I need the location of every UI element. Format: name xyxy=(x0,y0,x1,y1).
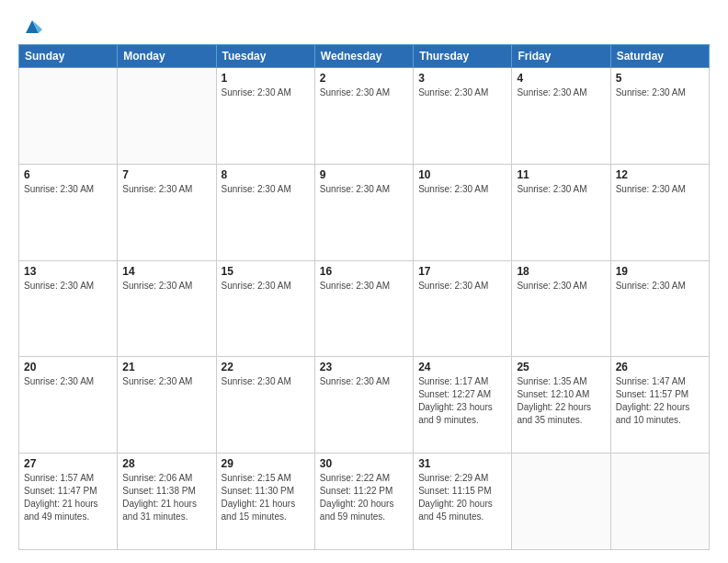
calendar-cell: 16Sunrise: 2:30 AM xyxy=(314,260,413,357)
calendar-cell: 1Sunrise: 2:30 AM xyxy=(216,68,314,165)
calendar-cell: 31Sunrise: 2:29 AMSunset: 11:15 PMDaylig… xyxy=(414,454,512,550)
calendar-cell: 23Sunrise: 2:30 AM xyxy=(314,357,413,454)
calendar-cell xyxy=(19,68,118,165)
day-number: 2 xyxy=(320,72,408,85)
day-number: 8 xyxy=(222,168,310,181)
weekday-header-cell: Wednesday xyxy=(314,45,413,68)
weekday-header-cell: Monday xyxy=(118,45,216,68)
day-info: Sunrise: 2:30 AM xyxy=(320,375,408,388)
weekday-header-cell: Saturday xyxy=(610,45,709,68)
day-info: Sunrise: 1:57 AMSunset: 11:47 PMDaylight… xyxy=(24,472,112,523)
day-number: 30 xyxy=(320,457,408,470)
calendar-cell: 25Sunrise: 1:35 AMSunset: 12:10 AMDaylig… xyxy=(512,357,610,454)
calendar-cell: 8Sunrise: 2:30 AM xyxy=(216,164,314,260)
weekday-header-cell: Sunday xyxy=(19,45,118,68)
day-number: 9 xyxy=(320,168,408,181)
day-info: Sunrise: 1:17 AMSunset: 12:27 AMDaylight… xyxy=(418,375,506,427)
day-info: Sunrise: 2:30 AM xyxy=(418,280,506,293)
day-number: 6 xyxy=(24,168,112,181)
day-info: Sunrise: 2:30 AM xyxy=(517,183,605,196)
calendar-week-row: 20Sunrise: 2:30 AM21Sunrise: 2:30 AM22Su… xyxy=(19,357,710,454)
weekday-header-row: SundayMondayTuesdayWednesdayThursdayFrid… xyxy=(19,45,710,68)
day-number: 28 xyxy=(122,457,210,470)
day-info: Sunrise: 1:47 AMSunset: 11:57 PMDaylight… xyxy=(616,375,704,427)
calendar-cell: 18Sunrise: 2:30 AM xyxy=(512,260,610,357)
weekday-header-cell: Thursday xyxy=(414,45,512,68)
calendar-cell xyxy=(512,454,610,550)
day-info: Sunrise: 2:30 AM xyxy=(320,86,408,99)
calendar-cell: 13Sunrise: 2:30 AM xyxy=(19,260,118,357)
calendar-cell: 30Sunrise: 2:22 AMSunset: 11:22 PMDaylig… xyxy=(314,454,413,550)
calendar-week-row: 27Sunrise: 1:57 AMSunset: 11:47 PMDaylig… xyxy=(19,454,710,550)
day-info: Sunrise: 2:30 AM xyxy=(320,280,408,293)
day-info: Sunrise: 2:15 AMSunset: 11:30 PMDaylight… xyxy=(222,472,310,523)
day-number: 3 xyxy=(418,72,506,85)
day-number: 24 xyxy=(418,361,506,373)
calendar-cell: 21Sunrise: 2:30 AM xyxy=(118,357,216,454)
day-number: 11 xyxy=(517,168,605,181)
day-number: 18 xyxy=(517,265,605,278)
calendar-cell: 17Sunrise: 2:30 AM xyxy=(414,260,512,357)
weekday-header-cell: Tuesday xyxy=(216,45,314,68)
day-number: 13 xyxy=(24,265,112,278)
day-number: 29 xyxy=(222,457,310,470)
day-number: 20 xyxy=(24,361,112,373)
calendar-cell: 10Sunrise: 2:30 AM xyxy=(414,164,512,260)
day-number: 25 xyxy=(517,361,605,373)
day-info: Sunrise: 2:30 AM xyxy=(418,86,506,99)
day-info: Sunrise: 1:35 AMSunset: 12:10 AMDaylight… xyxy=(517,375,605,427)
day-number: 7 xyxy=(122,168,210,181)
weekday-header-cell: Friday xyxy=(512,45,610,68)
calendar-cell: 4Sunrise: 2:30 AM xyxy=(512,68,610,165)
calendar-week-row: 13Sunrise: 2:30 AM14Sunrise: 2:30 AM15Su… xyxy=(19,260,710,357)
day-info: Sunrise: 2:30 AM xyxy=(24,280,112,293)
day-number: 23 xyxy=(320,361,408,373)
calendar-cell: 12Sunrise: 2:30 AM xyxy=(610,164,709,260)
day-info: Sunrise: 2:30 AM xyxy=(24,183,112,196)
calendar-week-row: 6Sunrise: 2:30 AM7Sunrise: 2:30 AM8Sunri… xyxy=(19,164,710,260)
calendar-cell xyxy=(118,68,216,165)
calendar-cell: 29Sunrise: 2:15 AMSunset: 11:30 PMDaylig… xyxy=(216,454,314,550)
day-number: 26 xyxy=(616,361,704,373)
day-number: 5 xyxy=(616,72,704,85)
calendar-cell: 28Sunrise: 2:06 AMSunset: 11:38 PMDaylig… xyxy=(118,454,216,550)
day-info: Sunrise: 2:30 AM xyxy=(122,375,210,388)
day-number: 17 xyxy=(418,265,506,278)
day-number: 22 xyxy=(222,361,310,373)
header xyxy=(18,17,710,37)
calendar-cell: 20Sunrise: 2:30 AM xyxy=(19,357,118,454)
day-number: 19 xyxy=(616,265,704,278)
day-number: 16 xyxy=(320,265,408,278)
calendar: SundayMondayTuesdayWednesdayThursdayFrid… xyxy=(18,44,710,550)
calendar-cell: 27Sunrise: 1:57 AMSunset: 11:47 PMDaylig… xyxy=(19,454,118,550)
day-info: Sunrise: 2:30 AM xyxy=(24,375,112,388)
calendar-cell xyxy=(610,454,709,550)
day-number: 15 xyxy=(222,265,310,278)
day-number: 4 xyxy=(517,72,605,85)
calendar-cell: 24Sunrise: 1:17 AMSunset: 12:27 AMDaylig… xyxy=(414,357,512,454)
day-info: Sunrise: 2:30 AM xyxy=(222,280,310,293)
day-number: 21 xyxy=(122,361,210,373)
day-info: Sunrise: 2:30 AM xyxy=(222,86,310,99)
calendar-cell: 5Sunrise: 2:30 AM xyxy=(610,68,709,165)
calendar-cell: 15Sunrise: 2:30 AM xyxy=(216,260,314,357)
calendar-cell: 7Sunrise: 2:30 AM xyxy=(118,164,216,260)
logo-icon xyxy=(22,17,42,37)
day-info: Sunrise: 2:30 AM xyxy=(517,280,605,293)
day-number: 10 xyxy=(418,168,506,181)
calendar-week-row: 1Sunrise: 2:30 AM2Sunrise: 2:30 AM3Sunri… xyxy=(19,68,710,165)
day-info: Sunrise: 2:30 AM xyxy=(616,280,704,293)
day-info: Sunrise: 2:30 AM xyxy=(616,183,704,196)
calendar-cell: 6Sunrise: 2:30 AM xyxy=(19,164,118,260)
day-number: 1 xyxy=(222,72,310,85)
day-info: Sunrise: 2:30 AM xyxy=(122,280,210,293)
day-info: Sunrise: 2:30 AM xyxy=(517,86,605,99)
day-number: 14 xyxy=(122,265,210,278)
day-info: Sunrise: 2:30 AM xyxy=(222,183,310,196)
calendar-cell: 11Sunrise: 2:30 AM xyxy=(512,164,610,260)
calendar-cell: 3Sunrise: 2:30 AM xyxy=(414,68,512,165)
day-info: Sunrise: 2:30 AM xyxy=(320,183,408,196)
day-number: 12 xyxy=(616,168,704,181)
calendar-cell: 19Sunrise: 2:30 AM xyxy=(610,260,709,357)
day-info: Sunrise: 2:22 AMSunset: 11:22 PMDaylight… xyxy=(320,472,408,523)
